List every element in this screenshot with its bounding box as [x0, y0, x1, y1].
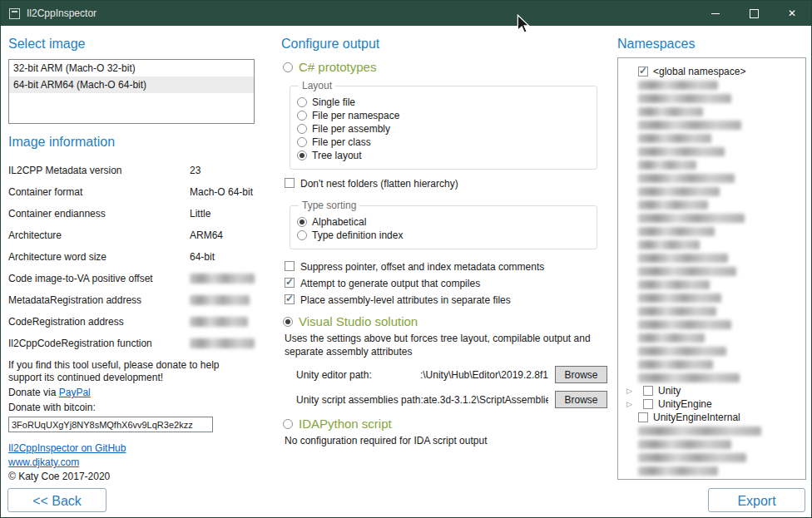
namespace-item-redacted[interactable]	[618, 131, 805, 145]
checkbox-compilable-output[interactable]: Attempt to generate output that compiles	[285, 278, 609, 289]
namespace-item-redacted[interactable]	[618, 185, 805, 198]
redacted-label	[638, 81, 718, 90]
copyright-text: © Katy Coe 2017-2020	[8, 471, 255, 482]
namespace-item-unityengine[interactable]: ▷ UnityEngine	[618, 397, 805, 411]
radio-idapython-script[interactable]: IDAPython script	[283, 417, 609, 431]
radio-single-file[interactable]: Single file	[297, 96, 597, 108]
namespace-item-redacted[interactable]	[618, 264, 805, 278]
expander-icon[interactable]: ▷	[626, 397, 638, 411]
radio-icon	[297, 230, 307, 240]
browse-editor-button[interactable]: Browse	[555, 366, 607, 383]
redacted-value	[190, 274, 255, 284]
namespace-item-redacted[interactable]	[618, 171, 805, 185]
expander-icon[interactable]: ▷	[626, 384, 638, 397]
namespace-item-redacted[interactable]	[618, 358, 805, 371]
ida-description: No configuration required for IDA script…	[285, 434, 601, 447]
close-button[interactable]: ✕	[773, 1, 811, 26]
titlebar[interactable]: Il2CppInspector ✕	[1, 1, 811, 26]
bitcoin-address-input[interactable]	[8, 417, 213, 432]
radio-label: Alphabetical	[312, 216, 366, 228]
namespace-item-redacted[interactable]	[618, 211, 805, 224]
namespace-item-unityengineinternal[interactable]: UnityEngineInternal	[618, 411, 805, 424]
namespace-item-global[interactable]: <global namespace>	[618, 65, 805, 78]
radio-tree-layout[interactable]: Tree layout	[297, 149, 597, 161]
namespace-item-redacted[interactable]	[618, 464, 805, 477]
namespace-item-redacted[interactable]	[618, 304, 805, 318]
redacted-label	[638, 174, 735, 183]
window-title: Il2CppInspector	[27, 7, 97, 19]
checkbox-label: Suppress pointer, offset and index metad…	[300, 261, 544, 273]
radio-type-definition-index[interactable]: Type definition index	[297, 229, 597, 241]
unity-script-path-row: Unity script assemblies path: ate.3d-3.1…	[296, 391, 607, 408]
radio-file-per-assembly[interactable]: File per assembly	[297, 122, 597, 135]
namespace-item-redacted[interactable]	[618, 78, 805, 91]
namespace-item-redacted[interactable]	[618, 344, 805, 358]
namespace-item-redacted[interactable]	[618, 331, 805, 344]
maximize-button[interactable]	[735, 1, 773, 26]
namespace-item-redacted[interactable]	[618, 278, 805, 291]
namespace-item-redacted[interactable]	[618, 91, 805, 105]
info-label: Container endianness	[8, 208, 190, 220]
radio-icon	[297, 137, 307, 147]
namespace-item-redacted[interactable]	[618, 318, 805, 331]
paypal-link[interactable]: PayPal	[59, 387, 91, 398]
namespace-item-redacted[interactable]	[618, 251, 805, 264]
donate-text: If you find this tool useful, please don…	[8, 359, 251, 384]
redacted-label	[638, 280, 710, 289]
redacted-label	[638, 320, 731, 329]
namespace-item-redacted[interactable]	[618, 238, 805, 251]
redacted-label	[638, 466, 718, 476]
namespace-item-redacted[interactable]	[618, 291, 805, 304]
checkbox-separate-attribute-files[interactable]: Place assembly-level attributes in separ…	[285, 294, 609, 306]
namespace-label: UnityEngine	[658, 398, 712, 410]
unity-editor-path-value: :\Unity\Hub\Editor\2019.2.8f1	[372, 369, 548, 381]
namespace-item-unity[interactable]: ▷ Unity	[618, 384, 805, 397]
namespace-item-redacted[interactable]	[618, 424, 805, 437]
namespace-item-redacted[interactable]	[618, 224, 805, 238]
namespace-item-redacted[interactable]	[618, 105, 805, 118]
redacted-label	[638, 347, 726, 356]
checkbox-flatten-hierarchy[interactable]: Don't nest folders (flatten hierarchy)	[285, 178, 609, 190]
namespace-item-redacted[interactable]	[618, 158, 805, 171]
namespace-item-redacted[interactable]	[618, 198, 805, 211]
browse-assemblies-button[interactable]: Browse	[555, 391, 607, 408]
radio-alphabetical[interactable]: Alphabetical	[297, 215, 597, 228]
unity-editor-path-row: Unity editor path: :\Unity\Hub\Editor\20…	[296, 366, 607, 383]
image-list-item[interactable]: 32-bit ARM (Mach-O 32-bit)	[9, 60, 254, 76]
radio-label: C# prototypes	[299, 60, 376, 74]
radio-visual-studio-solution[interactable]: Visual Studio solution	[283, 314, 609, 328]
image-listbox: 32-bit ARM (Mach-O 32-bit) 64-bit ARM64 …	[8, 59, 255, 124]
namespace-item-redacted[interactable]	[618, 451, 805, 464]
radio-file-per-namespace[interactable]: File per namespace	[297, 109, 597, 121]
info-label: CodeRegistration address	[8, 316, 190, 328]
namespace-item-redacted[interactable]	[618, 437, 805, 451]
website-link[interactable]: www.djkaty.com	[8, 456, 255, 468]
info-label: Architecture word size	[8, 251, 190, 263]
namespace-item-redacted[interactable]	[618, 371, 805, 384]
info-row: Architecture ARM64	[8, 224, 255, 246]
image-information-heading: Image information	[8, 134, 255, 150]
radio-label: File per namespace	[312, 110, 399, 121]
radio-file-per-class[interactable]: File per class	[297, 136, 597, 148]
namespace-item-redacted[interactable]	[618, 118, 805, 131]
checkbox-icon	[285, 278, 295, 288]
namespaces-panel: Namespaces <global namespace> ▷ Unity ▷ …	[617, 36, 806, 480]
info-value: 64-bit	[190, 251, 215, 263]
window-controls: ✕	[696, 1, 811, 26]
radio-csharp-prototypes[interactable]: C# prototypes	[283, 60, 609, 74]
back-button[interactable]: << Back	[7, 488, 106, 512]
radio-icon	[297, 150, 307, 160]
checkbox-suppress-comments[interactable]: Suppress pointer, offset and index metad…	[285, 261, 609, 273]
github-link[interactable]: Il2CppInspector on GitHub	[8, 442, 255, 454]
layout-group-label: Layout	[299, 80, 335, 91]
export-button[interactable]: Export	[708, 488, 805, 512]
left-panel: Select image 32-bit ARM (Mach-O 32-bit) …	[8, 36, 255, 482]
image-list-item-selected[interactable]: 64-bit ARM64 (Mach-O 64-bit)	[9, 76, 254, 93]
minimize-button[interactable]	[696, 1, 735, 26]
redacted-label	[638, 134, 711, 143]
redacted-namespace-list	[618, 424, 805, 477]
namespace-item-redacted[interactable]	[618, 145, 805, 158]
info-row: Code image-to-VA positive offset	[8, 268, 255, 289]
select-image-heading: Select image	[8, 36, 255, 52]
redacted-label	[638, 254, 728, 263]
